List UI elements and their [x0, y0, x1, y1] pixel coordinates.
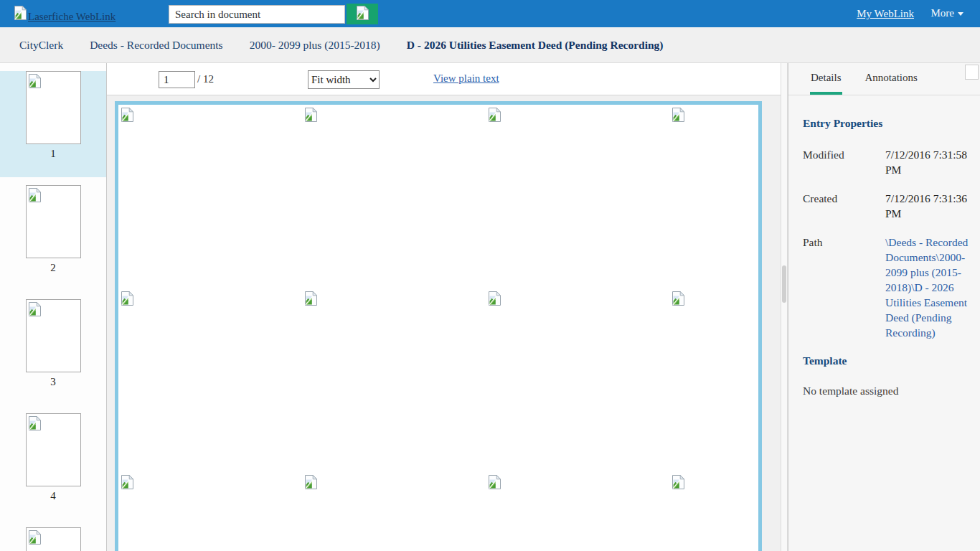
broken-image-icon: [121, 108, 133, 122]
page-thumbnail-number: 4: [0, 490, 106, 502]
page-number-input[interactable]: [159, 71, 195, 88]
page-thumbnail-item[interactable]: 2: [0, 185, 106, 291]
page-total-label: / 12: [197, 73, 214, 85]
broken-image-icon: [489, 291, 501, 306]
tab-annotations[interactable]: Annotations: [864, 63, 918, 95]
page-thumbnail-number: 2: [0, 262, 106, 274]
broken-image-icon: [121, 291, 133, 306]
logo-alt-text: Laserfiche WebLink: [28, 11, 116, 23]
broken-image-icon: [305, 291, 317, 306]
template-value: No template assigned: [803, 385, 970, 397]
document-viewer: / 12 Fit width View plain text: [107, 63, 781, 551]
page-thumbnail-item[interactable]: 4: [0, 413, 106, 519]
property-value: 7/12/2016 7:31:36 PM: [885, 191, 969, 221]
broken-image-icon: [14, 6, 27, 20]
broken-image-icon: [29, 416, 41, 430]
page-thumbnail[interactable]: [26, 185, 81, 258]
broken-image-icon: [29, 530, 41, 545]
page-thumbnail-item[interactable]: 3: [0, 299, 106, 405]
panel-scrollbar-thumb[interactable]: [965, 65, 979, 80]
search-input[interactable]: [169, 5, 345, 24]
more-menu-button[interactable]: More: [931, 7, 964, 19]
page-image-tile: [302, 472, 486, 551]
viewer-toolbar: / 12 Fit width View plain text: [107, 63, 781, 95]
entry-properties-title: Entry Properties: [803, 117, 970, 130]
broken-image-icon: [305, 108, 317, 122]
panel-content: Entry Properties Modified7/12/2016 7:31:…: [788, 95, 980, 397]
property-value[interactable]: \Deeds - Recorded Documents\2000- 2099 p…: [885, 235, 969, 340]
search-button[interactable]: [347, 4, 378, 24]
broken-image-icon: [357, 6, 369, 20]
property-row: Modified7/12/2016 7:31:58 PM: [803, 147, 970, 177]
breadcrumb-current-document: D - 2026 Utilities Easement Deed (Pendin…: [407, 39, 664, 52]
page-thumbnail[interactable]: [26, 299, 81, 372]
page-thumbnail[interactable]: [26, 413, 81, 486]
panel-tab-bar: DetailsAnnotations: [788, 63, 980, 95]
broken-image-icon: [29, 188, 41, 202]
broken-image-icon: [489, 475, 501, 489]
main-area: 12345 / 12 Fit width View plain text Det…: [0, 63, 980, 551]
page-image-tile: [302, 288, 486, 472]
template-title: Template: [803, 354, 970, 367]
page-image-tile: [669, 288, 762, 472]
page-image-tile: [669, 105, 762, 288]
broken-image-icon: [305, 475, 317, 489]
page-thumbnail-number: 3: [0, 376, 106, 388]
property-row: Created7/12/2016 7:31:36 PM: [803, 191, 970, 221]
my-weblink-link[interactable]: My WebLink: [857, 8, 914, 20]
thumbnail-sidebar: 12345: [0, 63, 107, 551]
zoom-level-select[interactable]: Fit width: [308, 70, 380, 89]
broken-image-icon: [29, 302, 41, 316]
breadcrumb-item[interactable]: CityClerk: [19, 39, 63, 52]
property-value: 7/12/2016 7:31:58 PM: [885, 147, 969, 177]
page-image-tile: [118, 105, 302, 288]
page-image-tile: [486, 105, 669, 288]
page-image-tile: [118, 288, 302, 472]
breadcrumb-item[interactable]: 2000- 2099 plus (2015-2018): [250, 39, 380, 52]
broken-image-icon: [121, 475, 133, 489]
page-thumbnail-item[interactable]: 5: [0, 527, 106, 551]
more-label: More: [931, 7, 955, 19]
viewer-scrollbar-thumb[interactable]: [782, 265, 786, 303]
caret-down-icon: [958, 12, 963, 16]
property-row: Path\Deeds - Recorded Documents\2000- 20…: [803, 235, 970, 340]
breadcrumb: CityClerkDeeds - Recorded Documents2000-…: [0, 27, 980, 63]
page-image-tile: [486, 288, 669, 472]
property-label: Modified: [803, 147, 885, 177]
view-plain-text-link[interactable]: View plain text: [433, 72, 499, 85]
page-thumbnail[interactable]: [26, 527, 81, 551]
page-image-tile: [302, 105, 486, 288]
property-label: Path: [803, 235, 885, 340]
broken-image-icon: [489, 108, 501, 122]
page-image-tile: [669, 472, 762, 551]
property-label: Created: [803, 191, 885, 221]
viewer-scrollbar[interactable]: [781, 63, 788, 551]
broken-image-icon: [672, 291, 684, 306]
broken-image-icon: [14, 6, 27, 23]
broken-image-icon: [672, 108, 684, 122]
page-image-tile: [486, 472, 669, 551]
page-image-tile: [118, 472, 302, 551]
broken-image-icon: [29, 74, 41, 88]
details-panel: DetailsAnnotations Entry Properties Modi…: [788, 63, 980, 551]
page-thumbnail-number: 1: [0, 148, 106, 160]
breadcrumb-item[interactable]: Deeds - Recorded Documents: [90, 39, 223, 52]
broken-image-icon: [357, 6, 369, 22]
document-page[interactable]: [115, 101, 762, 551]
page-thumbnail-item[interactable]: 1: [0, 71, 106, 177]
page-thumbnail[interactable]: [26, 71, 81, 144]
weblink-logo-link[interactable]: Laserfiche WebLink: [14, 6, 116, 23]
viewer-canvas: [107, 95, 781, 551]
app-header: Laserfiche WebLink My WebLink More: [0, 0, 980, 27]
broken-image-icon: [672, 475, 684, 489]
tab-details[interactable]: Details: [810, 63, 842, 95]
